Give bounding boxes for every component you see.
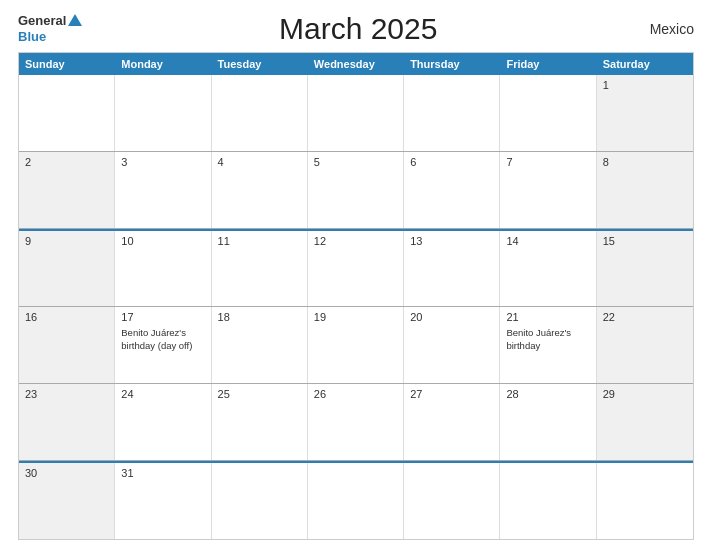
day-number-w3-d2: 18 (218, 311, 301, 323)
logo: General Blue (18, 13, 82, 44)
cal-cell-w5-d2 (212, 463, 308, 539)
cal-cell-w2-d2: 11 (212, 231, 308, 307)
header-sunday: Sunday (19, 53, 115, 75)
week-row-3: 1617Benito Juárez's birthday (day off)18… (19, 307, 693, 384)
cal-cell-w4-d2: 25 (212, 384, 308, 460)
day-number-w3-d4: 20 (410, 311, 493, 323)
cal-cell-w2-d1: 10 (115, 231, 211, 307)
cal-cell-w3-d6: 22 (597, 307, 693, 383)
day-number-w1-d0: 2 (25, 156, 108, 168)
cal-cell-w4-d6: 29 (597, 384, 693, 460)
header-monday: Monday (115, 53, 211, 75)
day-number-w1-d2: 4 (218, 156, 301, 168)
cal-cell-w0-d0 (19, 75, 115, 151)
cal-cell-w1-d4: 6 (404, 152, 500, 228)
day-number-w1-d4: 6 (410, 156, 493, 168)
day-number-w0-d6: 1 (603, 79, 687, 91)
cal-cell-w3-d5: 21Benito Juárez's birthday (500, 307, 596, 383)
day-number-w4-d5: 28 (506, 388, 589, 400)
cal-cell-w5-d3 (308, 463, 404, 539)
header-friday: Friday (500, 53, 596, 75)
cal-cell-w3-d2: 18 (212, 307, 308, 383)
cal-cell-w4-d1: 24 (115, 384, 211, 460)
day-number-w3-d5: 21 (506, 311, 589, 323)
cal-cell-w0-d3 (308, 75, 404, 151)
cal-cell-w5-d0: 30 (19, 463, 115, 539)
day-number-w3-d1: 17 (121, 311, 204, 323)
day-number-w2-d5: 14 (506, 235, 589, 247)
calendar-header: Sunday Monday Tuesday Wednesday Thursday… (19, 53, 693, 75)
cal-cell-w3-d1: 17Benito Juárez's birthday (day off) (115, 307, 211, 383)
week-row-2: 9101112131415 (19, 229, 693, 308)
cal-cell-w2-d6: 15 (597, 231, 693, 307)
cal-cell-w3-d0: 16 (19, 307, 115, 383)
cal-cell-w0-d1 (115, 75, 211, 151)
cal-cell-w0-d6: 1 (597, 75, 693, 151)
cal-cell-w5-d5 (500, 463, 596, 539)
day-number-w2-d1: 10 (121, 235, 204, 247)
day-number-w2-d4: 13 (410, 235, 493, 247)
day-number-w4-d0: 23 (25, 388, 108, 400)
cal-cell-w2-d0: 9 (19, 231, 115, 307)
header-wednesday: Wednesday (308, 53, 404, 75)
day-number-w3-d0: 16 (25, 311, 108, 323)
day-number-w4-d3: 26 (314, 388, 397, 400)
cal-cell-w3-d3: 19 (308, 307, 404, 383)
cal-cell-w3-d4: 20 (404, 307, 500, 383)
cal-cell-w4-d0: 23 (19, 384, 115, 460)
logo-triangle-icon (68, 14, 82, 26)
calendar-title: March 2025 (82, 12, 634, 46)
week-row-0: 1 (19, 75, 693, 152)
day-number-w3-d6: 22 (603, 311, 687, 323)
top-bar: General Blue March 2025 Mexico (18, 12, 694, 46)
day-number-w5-d1: 31 (121, 467, 204, 479)
country-label: Mexico (634, 21, 694, 37)
cal-cell-w1-d2: 4 (212, 152, 308, 228)
cal-cell-w0-d4 (404, 75, 500, 151)
week-row-1: 2345678 (19, 152, 693, 229)
day-number-w5-d0: 30 (25, 467, 108, 479)
day-number-w2-d2: 11 (218, 235, 301, 247)
cal-cell-w4-d5: 28 (500, 384, 596, 460)
day-number-w1-d6: 8 (603, 156, 687, 168)
day-number-w2-d6: 15 (603, 235, 687, 247)
cal-cell-w1-d5: 7 (500, 152, 596, 228)
cal-cell-w1-d3: 5 (308, 152, 404, 228)
day-number-w2-d3: 12 (314, 235, 397, 247)
event-text-w3-d5: Benito Juárez's birthday (506, 327, 589, 352)
cal-cell-w5-d6 (597, 463, 693, 539)
day-number-w4-d4: 27 (410, 388, 493, 400)
day-number-w1-d5: 7 (506, 156, 589, 168)
cal-cell-w4-d4: 27 (404, 384, 500, 460)
logo-general-text: General (18, 13, 66, 29)
calendar: Sunday Monday Tuesday Wednesday Thursday… (18, 52, 694, 540)
cal-cell-w2-d3: 12 (308, 231, 404, 307)
cal-cell-w0-d5 (500, 75, 596, 151)
day-number-w1-d3: 5 (314, 156, 397, 168)
header-saturday: Saturday (597, 53, 693, 75)
cal-cell-w5-d4 (404, 463, 500, 539)
header-thursday: Thursday (404, 53, 500, 75)
cal-cell-w4-d3: 26 (308, 384, 404, 460)
day-number-w4-d1: 24 (121, 388, 204, 400)
day-number-w4-d6: 29 (603, 388, 687, 400)
day-number-w3-d3: 19 (314, 311, 397, 323)
cal-cell-w1-d1: 3 (115, 152, 211, 228)
cal-cell-w2-d5: 14 (500, 231, 596, 307)
cal-cell-w5-d1: 31 (115, 463, 211, 539)
header-tuesday: Tuesday (212, 53, 308, 75)
day-number-w4-d2: 25 (218, 388, 301, 400)
week-row-4: 23242526272829 (19, 384, 693, 461)
event-text-w3-d1: Benito Juárez's birthday (day off) (121, 327, 204, 352)
cal-cell-w2-d4: 13 (404, 231, 500, 307)
cal-cell-w1-d0: 2 (19, 152, 115, 228)
week-row-5: 3031 (19, 461, 693, 539)
calendar-body: 1234567891011121314151617Benito Juárez's… (19, 75, 693, 539)
cal-cell-w1-d6: 8 (597, 152, 693, 228)
day-number-w2-d0: 9 (25, 235, 108, 247)
logo-blue-text: Blue (18, 29, 82, 45)
day-number-w1-d1: 3 (121, 156, 204, 168)
cal-cell-w0-d2 (212, 75, 308, 151)
page: General Blue March 2025 Mexico Sunday Mo… (0, 0, 712, 550)
